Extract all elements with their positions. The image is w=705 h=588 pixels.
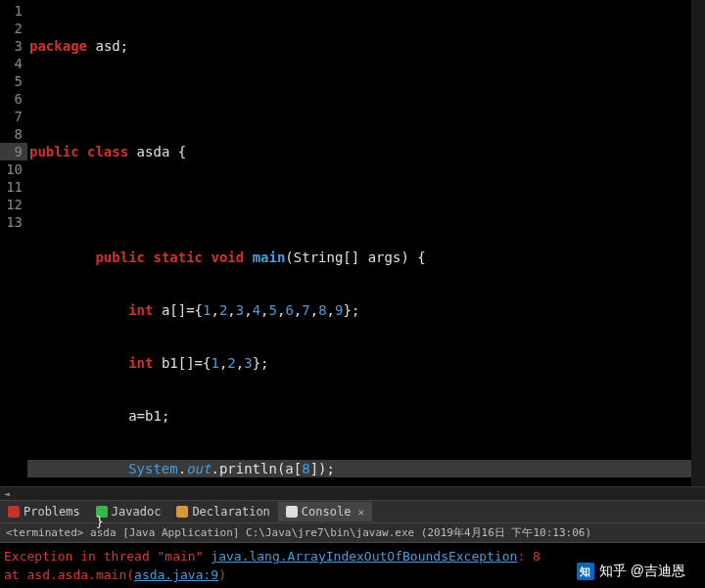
code-line[interactable]: package asd;	[27, 37, 705, 55]
code-line[interactable]	[27, 90, 705, 108]
vertical-scrollbar[interactable]	[691, 0, 705, 486]
line-gutter: 123 456 78 9 101112 13	[0, 0, 27, 486]
code-line[interactable]	[27, 196, 705, 213]
code-line[interactable]: }	[27, 513, 705, 530]
code-editor[interactable]: 123 456 78 9 101112 13 package asd; publ…	[0, 0, 705, 486]
problems-icon	[8, 506, 20, 518]
scroll-left-icon[interactable]: ◄	[0, 487, 14, 501]
watermark-text: 知乎 @吉迪恩	[599, 563, 685, 580]
zhihu-icon: 知	[577, 563, 594, 580]
code-line[interactable]: public static void main(String[] args) {	[27, 249, 705, 266]
code-line[interactable]: int b1[]={1,2,3};	[27, 354, 705, 372]
watermark: 知 知乎 @吉迪恩	[577, 563, 685, 580]
code-line-highlighted[interactable]: System.out.println(a[8]);	[27, 460, 705, 477]
code-line[interactable]: int a[]={1,2,3,4,5,6,7,8,9};	[27, 301, 705, 319]
code-line[interactable]: public class asda {	[27, 143, 705, 160]
code-line[interactable]: a=b1;	[27, 407, 705, 425]
code-area[interactable]: package asd; public class asda { public …	[27, 0, 705, 486]
